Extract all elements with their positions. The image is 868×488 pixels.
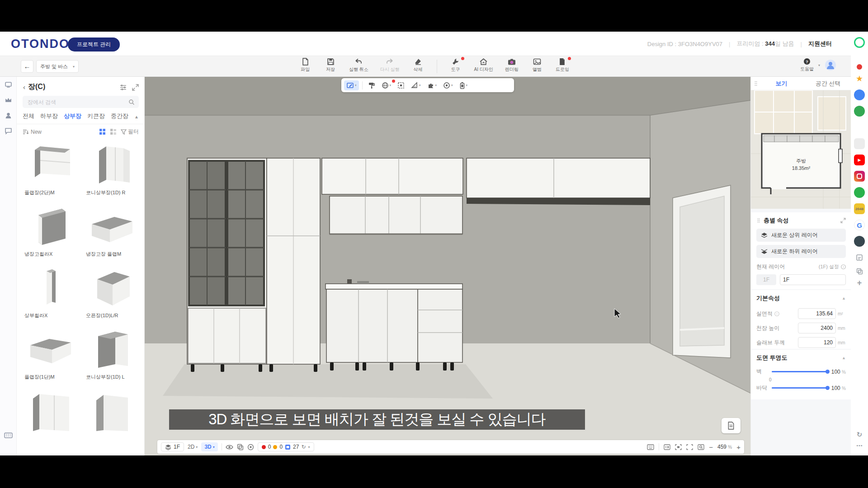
list-view-icon[interactable] xyxy=(110,128,117,135)
render-button[interactable]: 렌더링 xyxy=(505,58,519,73)
note-icon[interactable] xyxy=(854,252,865,263)
cabinet-tile[interactable] xyxy=(23,387,78,434)
filter-button[interactable]: 필터 xyxy=(121,128,139,136)
avatar[interactable] xyxy=(825,59,836,71)
instagram-icon[interactable] xyxy=(854,171,865,182)
minimap[interactable]: 주방 18.35m² xyxy=(751,90,851,209)
cabinet-tile[interactable]: 플랩장(1단)M xyxy=(23,325,78,380)
cabinet-tile[interactable]: 플랩장(2단)M xyxy=(23,141,78,196)
cabinet-tile[interactable]: 냉장고휠라X xyxy=(23,202,78,258)
zoom-in-button[interactable]: + xyxy=(736,443,741,451)
cabinet-tile[interactable]: 상부휠라X xyxy=(23,264,78,319)
sort-icon[interactable] xyxy=(23,129,28,135)
tools-button[interactable]: 도구 xyxy=(449,58,462,73)
shortcut-grid-button[interactable] xyxy=(647,444,654,450)
red-dot-icon[interactable] xyxy=(857,64,862,70)
drawing-button[interactable]: 드로잉 xyxy=(556,58,569,73)
refresh-icon[interactable]: ↻ xyxy=(854,429,865,440)
green-circle-app-icon[interactable] xyxy=(854,187,865,198)
wall-opacity-slider[interactable] xyxy=(772,371,828,372)
gray-widget-icon[interactable] xyxy=(854,138,865,149)
more-icon[interactable]: ⋯ xyxy=(854,440,865,451)
visibility-button[interactable] xyxy=(226,444,233,450)
viewport-3d[interactable]: ▾ ▾ ▾ xyxy=(145,77,750,455)
dark-sphere-icon[interactable] xyxy=(854,236,865,247)
youtube-icon[interactable]: ▶ xyxy=(854,155,865,165)
sort-label[interactable]: New xyxy=(31,129,42,135)
zoom-out-button[interactable]: − xyxy=(709,443,713,451)
help-button[interactable]: ? 도움말 xyxy=(800,58,814,72)
drag-handle-icon[interactable] xyxy=(756,218,761,223)
google-icon[interactable]: G xyxy=(854,220,865,230)
undo-button[interactable]: 실행 취소 xyxy=(349,58,368,73)
star-icon[interactable]: ★ xyxy=(854,73,865,84)
zoom-window-button[interactable] xyxy=(698,444,704,450)
layer-settings-link[interactable]: (1F) 설정 xyxy=(819,263,839,270)
notes-button[interactable] xyxy=(722,418,741,433)
layer-name-input[interactable] xyxy=(780,274,846,285)
scene-type-dropdown[interactable]: 주방 및 바스 ▾ xyxy=(36,60,79,73)
orbit-button[interactable] xyxy=(247,444,254,450)
user-icon[interactable] xyxy=(0,108,17,123)
delete-button[interactable]: 삭제 xyxy=(411,58,425,73)
cabinet-tile[interactable] xyxy=(84,387,139,434)
paint-roller-tool[interactable] xyxy=(366,80,377,90)
tab-view[interactable]: 보기 xyxy=(758,80,805,88)
project-manage-button[interactable]: 프로젝트 관리 xyxy=(68,38,120,52)
issue-counters[interactable]: 0 0 27 ↻ ▾ xyxy=(258,442,314,451)
new-upper-layer-button[interactable]: 새로운 상위 레이어 xyxy=(756,229,846,242)
cabinet-tile[interactable]: 코니상부장(1D) L xyxy=(84,325,139,380)
tab-mid-cabinet[interactable]: 중간장 xyxy=(111,112,128,122)
web-model-tool[interactable]: ▾ xyxy=(379,80,394,90)
tab-all[interactable]: 전체 xyxy=(23,112,34,122)
album-button[interactable]: 앨범 xyxy=(530,58,544,73)
ai-design-button[interactable]: AI 디자인 xyxy=(474,58,493,73)
measure-tool[interactable]: ▾ xyxy=(409,80,423,90)
chat-icon[interactable] xyxy=(0,123,17,138)
area-input[interactable] xyxy=(798,308,836,319)
device-icon[interactable] xyxy=(0,77,17,92)
tab-space-select[interactable]: 공간 선택 xyxy=(805,80,851,88)
blue-app-icon[interactable] xyxy=(854,89,865,100)
grid-view-icon[interactable] xyxy=(99,128,106,135)
search-icon[interactable] xyxy=(128,99,135,105)
crown-icon[interactable] xyxy=(0,92,17,108)
copy-icon[interactable] xyxy=(854,266,865,277)
back-button[interactable]: ← xyxy=(21,60,33,73)
ceiling-height-input[interactable] xyxy=(798,323,836,333)
search-input[interactable] xyxy=(27,99,128,106)
chevron-up-icon[interactable]: ▲ xyxy=(842,356,846,360)
support-center-link[interactable]: 지원센터 xyxy=(808,40,832,48)
view-2d-button[interactable]: 2D▾ xyxy=(188,444,198,450)
cabinet-tile[interactable]: 오픈장(1D)L/R xyxy=(84,264,139,319)
snap-tool[interactable]: ▾ xyxy=(441,80,455,90)
fullscreen-button[interactable] xyxy=(686,444,693,450)
drag-handle-icon[interactable] xyxy=(754,80,758,87)
floor-selector[interactable]: 1F xyxy=(161,442,184,451)
container-tool[interactable]: ▾ xyxy=(457,80,470,90)
add-icon[interactable]: + xyxy=(854,277,865,288)
cabinet-tile[interactable]: 냉장고장 플랩M xyxy=(84,202,139,258)
actual-size-button[interactable] xyxy=(664,444,670,450)
floor-opacity-slider[interactable] xyxy=(772,387,828,389)
save-button[interactable]: 저장 xyxy=(324,58,337,73)
marquee-select-tool[interactable] xyxy=(395,80,407,90)
cabinet-tile[interactable]: 코니상부장(1D) R xyxy=(84,141,139,196)
expand-panel-icon[interactable] xyxy=(132,84,139,91)
chevron-up-icon[interactable]: ▲ xyxy=(134,114,139,119)
file-button[interactable]: 파일 xyxy=(298,58,312,73)
game-2048-icon[interactable]: 2048 xyxy=(854,203,865,214)
keyboard-icon[interactable] xyxy=(0,427,17,443)
view-3d-button[interactable]: 3D▾ xyxy=(201,442,217,451)
sort-settings-icon[interactable] xyxy=(120,84,127,91)
redo-button[interactable]: 다시 실행 xyxy=(380,58,400,73)
tab-upper-cabinet[interactable]: 상부장 xyxy=(64,112,81,122)
collapse-left-icon[interactable]: ‹ xyxy=(23,83,25,91)
green-app-icon[interactable] xyxy=(854,106,865,117)
new-lower-layer-button[interactable]: 새로운 하위 레이어 xyxy=(756,245,846,258)
slab-thickness-input[interactable] xyxy=(798,337,836,348)
chevron-up-icon[interactable]: ▲ xyxy=(842,296,846,300)
tab-base-cabinet[interactable]: 하부장 xyxy=(40,112,58,122)
expand-icon[interactable] xyxy=(840,218,846,223)
plugin-tool[interactable]: ▾ xyxy=(425,80,439,90)
